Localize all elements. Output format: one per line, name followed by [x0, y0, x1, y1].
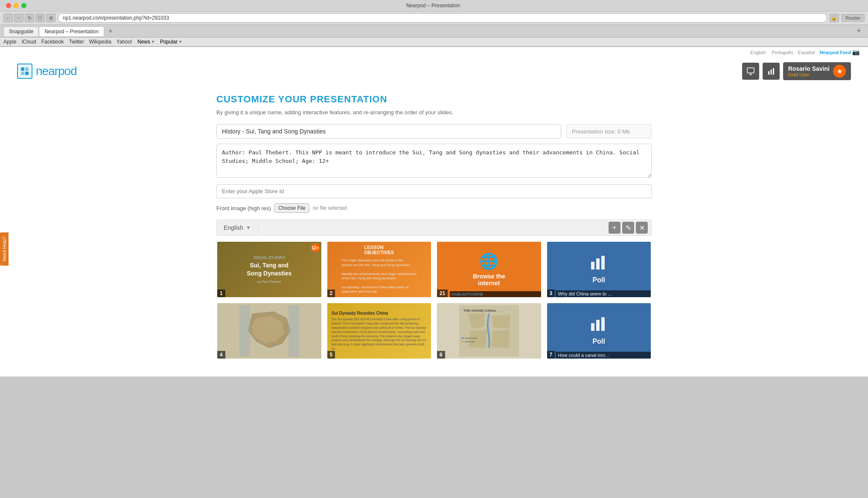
browse-title: Browse theinternet — [473, 273, 505, 287]
browser-chrome: Nearpod – Presentation ← → ↻ ☉ ⊞ 🔒 Reade… — [0, 0, 868, 47]
front-image-row: Front image (high res) Choose File no fi… — [216, 203, 652, 213]
choose-file-btn[interactable]: Choose File — [274, 203, 309, 213]
presentation-size: Presentation size: 0 Mb — [566, 124, 652, 139]
language-chevron-icon: ▼ — [246, 225, 251, 231]
presentation-name-input[interactable] — [216, 124, 561, 139]
slide-8-poll2[interactable]: Poll 7 How could a canal incr... — [546, 302, 652, 359]
svg-rect-1 — [25, 67, 29, 71]
user-role: Gold User — [788, 72, 830, 77]
bookmark-apple[interactable]: Apple — [3, 39, 17, 45]
slide-3-num: 3 — [547, 290, 555, 297]
page-header: nearpod Rosario Savini Gold User — [0, 57, 868, 85]
slides-grid: social studies Sui, Tang andSong Dynasti… — [216, 241, 652, 359]
tab-right-action[interactable]: + — [853, 25, 865, 37]
bookmark-facebook[interactable]: Facebook — [41, 39, 64, 45]
slide-6-dynasty[interactable]: Sui Dynasty Reunites China The Sui dynas… — [326, 302, 432, 359]
poll-2-title: Poll — [593, 338, 605, 345]
reader-btn[interactable]: Reader — [842, 14, 865, 22]
slide-1-title: Sui, Tang andSong Dynasties — [247, 261, 291, 277]
back-btn[interactable]: ← — [3, 14, 13, 22]
globe-icon: 🌐 — [479, 252, 498, 270]
edit-slide-btn[interactable]: ✎ — [622, 222, 634, 234]
bookmarks-bar: Apple iCloud Facebook Twitter Wikipedia … — [0, 38, 868, 46]
slide-5-map[interactable]: 4 — [216, 302, 322, 359]
slide-1-author: by Paul Thebert — [257, 280, 281, 284]
lang-espanol[interactable]: Español — [798, 50, 815, 55]
svg-rect-5 — [768, 71, 769, 75]
bookmark-popular[interactable]: Popular ▼ — [160, 39, 182, 45]
logo-text: nearpod — [36, 64, 77, 78]
svg-rect-17 — [461, 341, 464, 342]
popular-chevron-icon: ▼ — [178, 40, 182, 44]
new-tab-btn[interactable]: + — [106, 26, 115, 36]
tab-snapguide[interactable]: Snapguide — [3, 26, 39, 36]
slide-5-num: 5 — [327, 351, 335, 359]
user-name: Rosario Savini — [788, 65, 830, 72]
slide-2-title: LESSONOBJECTIVES — [364, 245, 394, 255]
slide-1-badge: 12+ — [311, 243, 320, 252]
close-slide-btn[interactable]: ✕ — [636, 222, 648, 234]
toolbar-actions: + ✎ ✕ — [605, 220, 651, 235]
title-bar: Nearpod – Presentation — [0, 0, 868, 12]
poll-bar-icon — [590, 255, 607, 274]
need-help-tab[interactable]: Need Help? — [0, 232, 9, 266]
lang-portugues[interactable]: Português — [772, 50, 793, 55]
minimize-window-btn[interactable] — [14, 3, 19, 8]
grid-btn[interactable]: ⊞ — [46, 14, 55, 22]
user-badge[interactable]: Rosario Savini Gold User ★ — [783, 62, 851, 80]
svg-rect-7 — [773, 68, 774, 75]
header-right: Rosario Savini Gold User ★ — [742, 62, 851, 80]
slide-6-title: Sui Dynasty Reunites China — [332, 311, 388, 316]
bookmark-news[interactable]: News ▼ — [137, 39, 155, 45]
add-slide-btn[interactable]: + — [609, 222, 620, 234]
svg-rect-19 — [591, 323, 594, 331]
poll-1-title: Poll — [593, 276, 605, 284]
nearpod-feed-link[interactable]: Nearpod Feed — [820, 50, 851, 55]
tab-nearpod[interactable]: Nearpod – Presentation — [39, 26, 104, 36]
apple-store-id-input[interactable] — [216, 184, 652, 198]
slide-1[interactable]: social studies Sui, Tang andSong Dynasti… — [216, 241, 322, 298]
svg-rect-11 — [239, 305, 250, 356]
main-content: CUSTOMIZE YOUR PRESENTATION By giving it… — [199, 85, 669, 376]
poll-bar-icon-2 — [590, 316, 607, 335]
page-description: By giving it a unique name, adding inter… — [216, 109, 652, 116]
refresh-btn[interactable]: ↻ — [25, 14, 34, 22]
slide-4-poll[interactable]: Poll 3 Why did China seem to ... — [546, 241, 652, 298]
english-label: English: — [750, 50, 767, 55]
bookmark-yahoo[interactable]: Yahoo! — [117, 39, 132, 45]
slide-2-content: The major dynasties you will study in th… — [341, 258, 417, 294]
slide-1-num: 1 — [217, 290, 225, 297]
presentation-icon-btn[interactable] — [742, 63, 759, 80]
svg-text:Land area: Land area — [465, 340, 475, 343]
bookmark-twitter[interactable]: Twitter — [69, 39, 84, 45]
language-selector[interactable]: English ▼ — [217, 221, 258, 235]
slide-6-num: 6 — [437, 351, 445, 359]
svg-rect-8 — [591, 262, 594, 269]
svg-rect-20 — [596, 320, 600, 331]
close-window-btn[interactable] — [6, 3, 11, 8]
svg-text:THE GRAND CANAL: THE GRAND CANAL — [463, 309, 497, 313]
slide-7-canal[interactable]: THE GRAND CANAL Grand Canal Land area — [436, 302, 542, 359]
logo-icon — [17, 64, 32, 79]
lang-bar: English: Português Español Nearpod Feed … — [0, 47, 868, 57]
slide-2-num: 2 — [327, 290, 335, 297]
slide-3-browse[interactable]: 🌐 Browse theinternet 21 croak.eu/YCGDNk — [436, 241, 542, 298]
forward-btn[interactable]: → — [14, 14, 23, 22]
logo: nearpod — [17, 64, 77, 79]
svg-rect-10 — [601, 256, 605, 269]
svg-rect-6 — [770, 69, 772, 75]
bookmark-icloud[interactable]: iCloud — [22, 39, 36, 45]
bookmark-wikipedia[interactable]: Wikipedia — [89, 39, 111, 45]
slide-url-badge: croak.eu/YCGDNk — [450, 291, 541, 297]
slide-2[interactable]: LESSONOBJECTIVES The major dynasties you… — [326, 241, 432, 298]
description-textarea[interactable]: Author: Paul Thebert. This NPP is meant … — [216, 144, 652, 178]
window-controls — [3, 3, 26, 8]
svg-rect-9 — [596, 258, 600, 269]
slide-21-num: 21 — [437, 290, 448, 297]
maximize-window-btn[interactable] — [21, 3, 26, 8]
tab-bar: Snapguide Nearpod – Presentation + + — [0, 25, 868, 38]
address-input[interactable] — [58, 13, 827, 23]
home-btn[interactable]: ☉ — [35, 14, 45, 22]
svg-rect-0 — [21, 67, 24, 71]
stats-icon-btn[interactable] — [763, 63, 780, 80]
